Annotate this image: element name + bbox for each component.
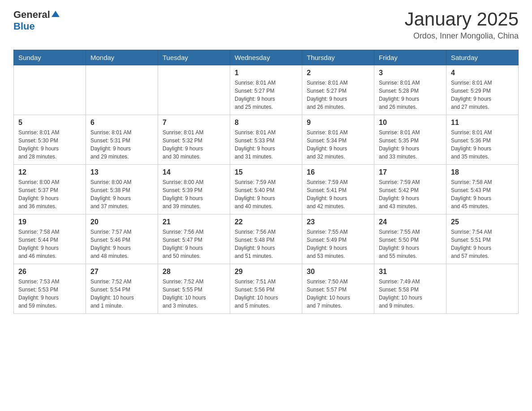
calendar-cell: 5Sunrise: 8:01 AMSunset: 5:30 PMDaylight… <box>14 115 86 165</box>
calendar-cell: 24Sunrise: 7:55 AMSunset: 5:50 PMDayligh… <box>374 214 446 264</box>
calendar-cell: 14Sunrise: 8:00 AMSunset: 5:39 PMDayligh… <box>158 165 230 214</box>
day-info: Sunrise: 8:01 AMSunset: 5:31 PMDaylight:… <box>90 128 153 161</box>
day-number: 20 <box>90 218 153 226</box>
day-number: 21 <box>163 218 225 226</box>
calendar-cell: 7Sunrise: 8:01 AMSunset: 5:32 PMDaylight… <box>158 115 230 165</box>
day-info: Sunrise: 7:56 AMSunset: 5:48 PMDaylight:… <box>235 228 297 260</box>
day-number: 9 <box>307 119 369 127</box>
calendar-cell <box>14 65 86 115</box>
weekday-header-thursday: Thursday <box>302 50 374 65</box>
day-info: Sunrise: 7:57 AMSunset: 5:46 PMDaylight:… <box>90 228 153 260</box>
logo-general: General <box>13 9 50 21</box>
day-info: Sunrise: 7:49 AMSunset: 5:58 PMDaylight:… <box>379 278 442 310</box>
day-number: 23 <box>307 218 369 226</box>
day-number: 3 <box>379 69 442 77</box>
day-info: Sunrise: 7:52 AMSunset: 5:54 PMDaylight:… <box>90 278 153 310</box>
calendar-cell: 19Sunrise: 7:58 AMSunset: 5:44 PMDayligh… <box>14 214 86 264</box>
logo-blue: Blue <box>13 21 35 32</box>
day-number: 5 <box>18 119 81 127</box>
weekday-header-row: SundayMondayTuesdayWednesdayThursdayFrid… <box>14 50 519 65</box>
day-number: 28 <box>163 268 225 276</box>
day-info: Sunrise: 7:58 AMSunset: 5:44 PMDaylight:… <box>18 228 81 260</box>
calendar-cell: 17Sunrise: 7:59 AMSunset: 5:42 PMDayligh… <box>374 165 446 214</box>
day-info: Sunrise: 7:55 AMSunset: 5:50 PMDaylight:… <box>379 228 442 260</box>
day-info: Sunrise: 7:59 AMSunset: 5:42 PMDaylight:… <box>379 178 442 210</box>
title-block: January 2025 Ordos, Inner Mongolia, Chin… <box>404 9 519 41</box>
calendar-cell: 30Sunrise: 7:50 AMSunset: 5:57 PMDayligh… <box>302 264 374 314</box>
weekday-header-tuesday: Tuesday <box>158 50 230 65</box>
day-number: 7 <box>163 119 225 127</box>
calendar-cell: 29Sunrise: 7:51 AMSunset: 5:56 PMDayligh… <box>230 264 302 314</box>
day-info: Sunrise: 8:00 AMSunset: 5:37 PMDaylight:… <box>18 178 81 210</box>
calendar-cell: 4Sunrise: 8:01 AMSunset: 5:29 PMDaylight… <box>446 65 519 115</box>
calendar-cell: 12Sunrise: 8:00 AMSunset: 5:37 PMDayligh… <box>14 165 86 214</box>
calendar-cell: 31Sunrise: 7:49 AMSunset: 5:58 PMDayligh… <box>374 264 446 314</box>
day-number: 13 <box>90 168 153 176</box>
calendar-cell: 25Sunrise: 7:54 AMSunset: 5:51 PMDayligh… <box>446 214 519 264</box>
weekday-header-monday: Monday <box>86 50 158 65</box>
calendar-cell: 28Sunrise: 7:52 AMSunset: 5:55 PMDayligh… <box>158 264 230 314</box>
calendar-cell: 11Sunrise: 8:01 AMSunset: 5:36 PMDayligh… <box>446 115 519 165</box>
calendar-cell: 21Sunrise: 7:56 AMSunset: 5:47 PMDayligh… <box>158 214 230 264</box>
day-number: 26 <box>18 268 81 276</box>
calendar-cell <box>158 65 230 115</box>
day-info: Sunrise: 8:01 AMSunset: 5:34 PMDaylight:… <box>307 128 369 161</box>
day-info: Sunrise: 7:52 AMSunset: 5:55 PMDaylight:… <box>163 278 225 310</box>
day-number: 27 <box>90 268 153 276</box>
day-number: 25 <box>451 218 514 226</box>
calendar-cell: 13Sunrise: 8:00 AMSunset: 5:38 PMDayligh… <box>86 165 158 214</box>
day-number: 18 <box>451 168 514 176</box>
day-info: Sunrise: 8:01 AMSunset: 5:36 PMDaylight:… <box>451 128 514 161</box>
day-info: Sunrise: 8:01 AMSunset: 5:33 PMDaylight:… <box>235 128 297 161</box>
calendar-cell: 26Sunrise: 7:53 AMSunset: 5:53 PMDayligh… <box>14 264 86 314</box>
calendar-table: SundayMondayTuesdayWednesdayThursdayFrid… <box>13 50 519 314</box>
day-number: 15 <box>235 168 297 176</box>
calendar-cell: 15Sunrise: 7:59 AMSunset: 5:40 PMDayligh… <box>230 165 302 214</box>
calendar-cell: 2Sunrise: 8:01 AMSunset: 5:27 PMDaylight… <box>302 65 374 115</box>
page-subtitle: Ordos, Inner Mongolia, China <box>404 31 519 41</box>
day-number: 17 <box>379 168 442 176</box>
calendar-cell: 18Sunrise: 7:58 AMSunset: 5:43 PMDayligh… <box>446 165 519 214</box>
calendar-cell <box>446 264 519 314</box>
day-info: Sunrise: 7:55 AMSunset: 5:49 PMDaylight:… <box>307 228 369 260</box>
calendar-cell: 9Sunrise: 8:01 AMSunset: 5:34 PMDaylight… <box>302 115 374 165</box>
day-number: 10 <box>379 119 442 127</box>
day-info: Sunrise: 7:58 AMSunset: 5:43 PMDaylight:… <box>451 178 514 210</box>
day-number: 22 <box>235 218 297 226</box>
week-row-3: 12Sunrise: 8:00 AMSunset: 5:37 PMDayligh… <box>14 165 519 214</box>
day-number: 8 <box>235 119 297 127</box>
day-info: Sunrise: 8:00 AMSunset: 5:39 PMDaylight:… <box>163 178 225 210</box>
day-info: Sunrise: 7:56 AMSunset: 5:47 PMDaylight:… <box>163 228 225 260</box>
weekday-header-friday: Friday <box>374 50 446 65</box>
day-info: Sunrise: 7:59 AMSunset: 5:40 PMDaylight:… <box>235 178 297 210</box>
week-row-4: 19Sunrise: 7:58 AMSunset: 5:44 PMDayligh… <box>14 214 519 264</box>
calendar-cell: 27Sunrise: 7:52 AMSunset: 5:54 PMDayligh… <box>86 264 158 314</box>
weekday-header-wednesday: Wednesday <box>230 50 302 65</box>
weekday-header-saturday: Saturday <box>446 50 519 65</box>
day-number: 14 <box>163 168 225 176</box>
svg-marker-0 <box>51 11 60 17</box>
day-number: 31 <box>379 268 442 276</box>
day-number: 2 <box>307 69 369 77</box>
calendar-cell: 1Sunrise: 8:01 AMSunset: 5:27 PMDaylight… <box>230 65 302 115</box>
day-number: 24 <box>379 218 442 226</box>
day-info: Sunrise: 7:50 AMSunset: 5:57 PMDaylight:… <box>307 278 369 310</box>
day-info: Sunrise: 7:51 AMSunset: 5:56 PMDaylight:… <box>235 278 297 310</box>
day-number: 19 <box>18 218 81 226</box>
calendar-cell: 16Sunrise: 7:59 AMSunset: 5:41 PMDayligh… <box>302 165 374 214</box>
day-info: Sunrise: 8:01 AMSunset: 5:30 PMDaylight:… <box>18 128 81 161</box>
logo: General Blue <box>13 9 60 32</box>
day-info: Sunrise: 8:01 AMSunset: 5:32 PMDaylight:… <box>163 128 225 161</box>
calendar-body: 1Sunrise: 8:01 AMSunset: 5:27 PMDaylight… <box>14 65 519 314</box>
week-row-2: 5Sunrise: 8:01 AMSunset: 5:30 PMDaylight… <box>14 115 519 165</box>
day-info: Sunrise: 8:01 AMSunset: 5:27 PMDaylight:… <box>235 79 297 111</box>
day-number: 4 <box>451 69 514 77</box>
week-row-1: 1Sunrise: 8:01 AMSunset: 5:27 PMDaylight… <box>14 65 519 115</box>
calendar-cell: 10Sunrise: 8:01 AMSunset: 5:35 PMDayligh… <box>374 115 446 165</box>
day-info: Sunrise: 8:01 AMSunset: 5:35 PMDaylight:… <box>379 128 442 161</box>
calendar-cell: 3Sunrise: 8:01 AMSunset: 5:28 PMDaylight… <box>374 65 446 115</box>
week-row-5: 26Sunrise: 7:53 AMSunset: 5:53 PMDayligh… <box>14 264 519 314</box>
day-number: 11 <box>451 119 514 127</box>
day-info: Sunrise: 8:01 AMSunset: 5:27 PMDaylight:… <box>307 79 369 111</box>
day-info: Sunrise: 7:53 AMSunset: 5:53 PMDaylight:… <box>18 278 81 310</box>
